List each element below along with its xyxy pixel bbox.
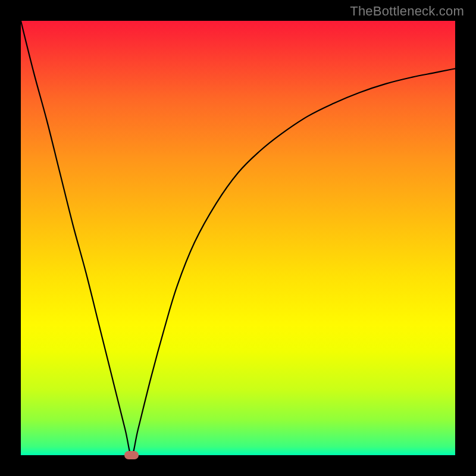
chart-frame: TheBottleneck.com <box>0 0 476 476</box>
optimal-point-marker <box>124 451 139 459</box>
bottleneck-curve <box>21 21 455 455</box>
plot-area <box>21 21 455 455</box>
watermark-text: TheBottleneck.com <box>350 4 464 19</box>
